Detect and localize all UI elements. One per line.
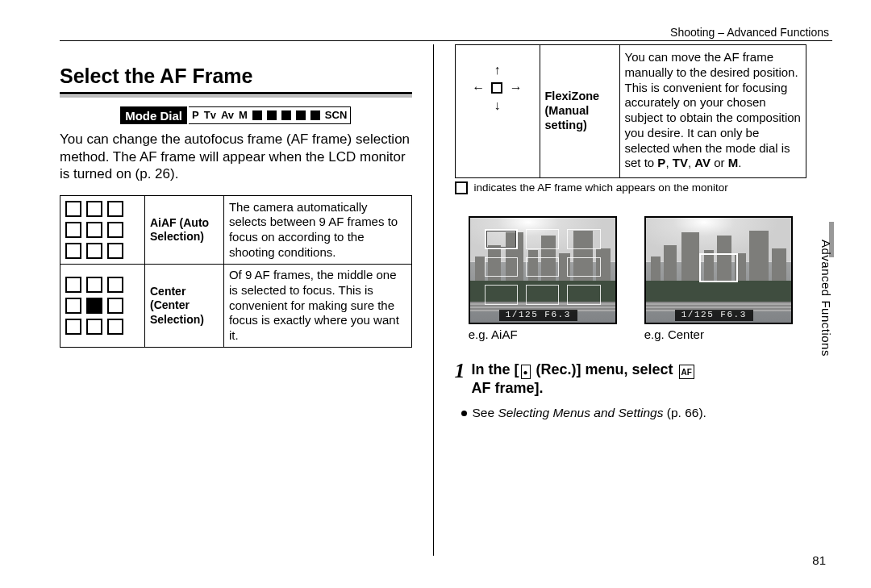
example-photo: 1/125 F6.3 (469, 216, 617, 324)
mode-icon (252, 111, 262, 120)
af-grid-center (60, 265, 145, 348)
example-aiaf: 1/125 F6.3 e.g. AiAF (469, 216, 617, 343)
mode-dial-modes: P Tv Av M SCN (189, 106, 351, 124)
af-square-icon (455, 181, 468, 194)
mode-dial-label: Mode Dial (120, 106, 187, 124)
section-tab: Advanced Functions (818, 222, 834, 379)
af-mode-desc: Of 9 AF frames, the middle one is select… (223, 265, 411, 348)
arrow-left-icon: ← (472, 80, 485, 96)
manual-page: Shooting – Advanced Functions Advanced F… (0, 0, 871, 588)
step-number: 1 (455, 361, 465, 398)
af-mode-desc: The camera automatically selects between… (223, 196, 411, 265)
step-text: In the [● (Rec.)] menu, select AF AF fra… (472, 361, 696, 398)
step-subnote: See Selecting Menus and Settings (p. 66)… (455, 405, 807, 420)
example-caption: e.g. Center (644, 327, 793, 343)
flexizone-name: FlexiZone (Manual setting) (540, 45, 620, 177)
intro-paragraph: You can change the autofocus frame (AF f… (60, 131, 412, 182)
page-number: 81 (812, 553, 826, 569)
af-mode-name: Center (Center Selection) (145, 265, 224, 348)
flexizone-row: ↑ ←→ ↓ FlexiZone (Manual setting) You ca… (455, 44, 807, 178)
example-photo: 1/125 F6.3 (644, 216, 793, 324)
mode-icon (281, 111, 291, 120)
mode-icon (296, 111, 306, 120)
table-row: AiAF (Auto Selection) The camera automat… (60, 196, 412, 265)
osd-text: 1/125 F6.3 (499, 310, 577, 321)
arrow-right-icon: → (510, 80, 523, 96)
breadcrumb: Shooting – Advanced Functions (670, 26, 829, 40)
right-column: ↑ ←→ ↓ FlexiZone (Manual setting) You ca… (455, 44, 807, 556)
mode-dial-strip: Mode Dial P Tv Av M SCN (60, 106, 412, 124)
step-1: 1 In the [● (Rec.)] menu, select AF AF f… (455, 361, 807, 398)
example-photos: 1/125 F6.3 e.g. AiAF 1/125 (455, 216, 807, 343)
flexizone-desc: You can move the AF frame manually to th… (620, 45, 807, 177)
example-caption: e.g. AiAF (469, 327, 617, 343)
arrow-down-icon: ↓ (494, 98, 500, 114)
dpad-icon: ↑ ←→ ↓ (455, 45, 540, 177)
table-row: Center (Center Selection) Of 9 AF frames… (60, 265, 412, 348)
af-mode-table: AiAF (Auto Selection) The camera automat… (60, 195, 412, 348)
af-grid-aiaf (60, 196, 145, 265)
osd-text: 1/125 F6.3 (675, 310, 753, 321)
af-frame-footnote: indicates the AF frame which appears on … (455, 181, 807, 195)
arrow-up-icon: ↑ (494, 62, 500, 78)
example-center: 1/125 F6.3 e.g. Center (644, 216, 793, 343)
column-divider (433, 44, 434, 556)
mode-icon (267, 111, 277, 120)
page-title: Select the AF Frame (60, 64, 412, 89)
af-mode-name: AiAF (Auto Selection) (145, 196, 224, 265)
af-frame-icon: AF (679, 365, 694, 379)
mode-icon (310, 111, 320, 120)
header-rule (60, 40, 832, 41)
left-column: Select the AF Frame Mode Dial P Tv Av M … (60, 44, 412, 556)
rec-menu-icon: ● (521, 365, 531, 379)
title-rule (60, 92, 412, 97)
af-center-square-icon (491, 82, 502, 94)
